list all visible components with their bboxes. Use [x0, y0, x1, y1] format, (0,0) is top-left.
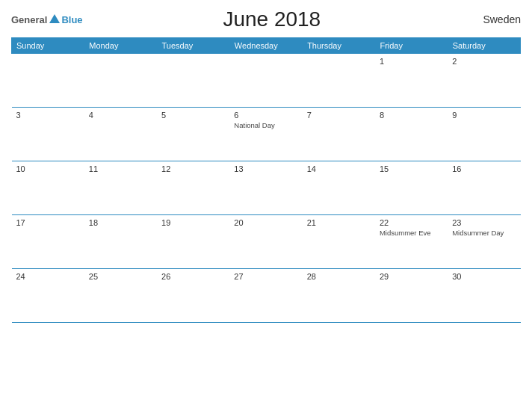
calendar-cell: 9 [448, 108, 520, 161]
day-number: 15 [380, 164, 443, 173]
col-friday: Friday [375, 38, 448, 54]
calendar-cell: 19 [157, 215, 229, 269]
day-number: 13 [234, 164, 297, 173]
day-number: 4 [89, 111, 152, 120]
calendar-cell: 24 [12, 269, 84, 323]
col-saturday: Saturday [448, 38, 520, 54]
logo-general-text: General [11, 14, 47, 25]
day-number: 20 [234, 218, 297, 227]
calendar-cell: 11 [84, 161, 157, 215]
calendar-title: June 2018 [83, 7, 461, 31]
col-sunday: Sunday [12, 38, 84, 54]
day-number: 10 [16, 164, 80, 173]
calendar-cell: 4 [84, 108, 157, 161]
logo-blue-text: Blue [61, 14, 82, 25]
calendar-cell [229, 54, 302, 108]
calendar-cell: 23Midsummer Day [448, 215, 520, 269]
calendar-cell: 22Midsummer Eve [375, 215, 448, 269]
calendar-cell: 1 [375, 54, 448, 108]
col-thursday: Thursday [303, 38, 375, 54]
col-monday: Monday [84, 38, 157, 54]
day-number: 5 [161, 111, 225, 120]
calendar-table: Sunday Monday Tuesday Wednesday Thursday… [11, 37, 521, 323]
calendar-week-row: 171819202122Midsummer Eve23Midsummer Day [12, 215, 521, 269]
calendar-cell: 14 [303, 161, 375, 215]
calendar-cell: 16 [448, 161, 520, 215]
col-wednesday: Wednesday [229, 38, 302, 54]
calendar-cell: 30 [448, 269, 520, 323]
calendar-cell: 17 [12, 215, 84, 269]
day-number: 2 [452, 57, 516, 66]
calendar-cell: 2 [448, 54, 520, 108]
calendar-week-row: 12 [12, 54, 521, 108]
event-label: National Day [234, 121, 297, 130]
calendar-cell [84, 54, 157, 108]
calendar-cell: 12 [157, 161, 229, 215]
calendar-cell: 28 [303, 269, 375, 323]
day-number: 16 [452, 164, 516, 173]
calendar-cell: 5 [157, 108, 229, 161]
calendar-cell: 20 [229, 215, 302, 269]
day-number: 26 [161, 272, 225, 281]
calendar-cell: 10 [12, 161, 84, 215]
day-number: 24 [16, 272, 80, 281]
event-label: Midsummer Day [452, 229, 516, 238]
calendar-week-row: 10111213141516 [12, 161, 521, 215]
day-number: 8 [380, 111, 443, 120]
day-number: 19 [161, 218, 225, 227]
calendar-cell: 18 [84, 215, 157, 269]
header: General Blue June 2018 Sweden [11, 7, 521, 31]
day-number: 29 [380, 272, 443, 281]
weekday-header-row: Sunday Monday Tuesday Wednesday Thursday… [12, 38, 521, 54]
calendar-cell: 27 [229, 269, 302, 323]
day-number: 17 [16, 218, 80, 227]
logo-triangle-icon [49, 14, 60, 23]
calendar-cell: 8 [375, 108, 448, 161]
calendar-page: General Blue June 2018 Sweden Sunday Mon… [0, 0, 532, 411]
day-number: 1 [380, 57, 443, 66]
day-number: 25 [89, 272, 152, 281]
calendar-cell: 26 [157, 269, 229, 323]
calendar-cell: 3 [12, 108, 84, 161]
day-number: 27 [234, 272, 297, 281]
day-number: 12 [161, 164, 225, 173]
calendar-cell: 29 [375, 269, 448, 323]
calendar-cell [157, 54, 229, 108]
day-number: 18 [89, 218, 152, 227]
calendar-cell: 15 [375, 161, 448, 215]
col-tuesday: Tuesday [157, 38, 229, 54]
calendar-cell [303, 54, 375, 108]
calendar-cell [12, 54, 84, 108]
logo: General Blue [11, 14, 83, 25]
calendar-cell: 25 [84, 269, 157, 323]
calendar-cell: 21 [303, 215, 375, 269]
day-number: 23 [452, 218, 516, 227]
day-number: 21 [307, 218, 371, 227]
day-number: 14 [307, 164, 371, 173]
day-number: 7 [307, 111, 371, 120]
day-number: 6 [234, 111, 297, 120]
calendar-week-row: 24252627282930 [12, 269, 521, 323]
day-number: 11 [89, 164, 152, 173]
calendar-week-row: 3456National Day789 [12, 108, 521, 161]
calendar-cell: 13 [229, 161, 302, 215]
day-number: 9 [452, 111, 516, 120]
calendar-cell: 7 [303, 108, 375, 161]
event-label: Midsummer Eve [380, 229, 443, 238]
day-number: 30 [452, 272, 516, 281]
day-number: 28 [307, 272, 371, 281]
day-number: 22 [380, 218, 443, 227]
day-number: 3 [16, 111, 80, 120]
calendar-cell: 6National Day [229, 108, 302, 161]
country-label: Sweden [461, 13, 521, 25]
